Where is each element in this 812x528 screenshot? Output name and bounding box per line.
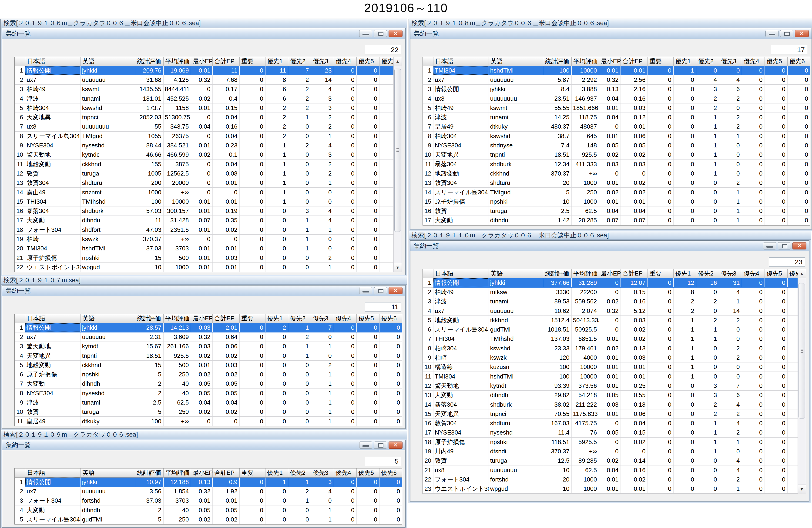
table-row[interactable]: 20TMI304hshdTMI37.0337030.010.010010000 [15, 244, 394, 253]
table-row[interactable]: 1情報公開jyhkki209.7619.0690.0111011723000 [15, 66, 394, 75]
table-row[interactable]: 4津波tunami181.01452.5250.020.40623000 [15, 94, 394, 103]
table-row[interactable]: 21ux8uuuuuuuu1062.50.040.160004000 [423, 466, 798, 475]
table-row[interactable]: 16敦賀turuga2.562.50.040.040001000 [423, 206, 810, 215]
column-header[interactable]: 日本語 [25, 468, 81, 477]
vertical-scrollbar[interactable]: ▲ ▼ [798, 269, 806, 494]
column-header[interactable]: 優先4 [334, 57, 357, 66]
column-header[interactable]: 優先2 [696, 269, 719, 278]
table-row[interactable]: 13敦賀304shdturu2010000.010.020002000 [423, 178, 810, 187]
column-header[interactable]: 統計評価 [135, 57, 163, 66]
restore-button[interactable] [374, 441, 387, 449]
column-header[interactable]: 合計EP [621, 57, 648, 66]
column-header[interactable]: 統計評価 [543, 57, 571, 66]
table-row[interactable]: 1情報公開jyhkki377.6631.289012.070121631000 [423, 278, 798, 287]
column-header[interactable]: 優先3 [311, 57, 334, 66]
table-row[interactable]: 20敦賀turuga12.589.2850.020.140004000 [423, 456, 798, 466]
table-row[interactable]: 13大変動dihndh29.8254.2180.050.550036000 [423, 391, 798, 400]
search-window-titlebar[interactable]: 検索[２０１９１０９m＿クラカタウ００６.sea] [1, 431, 407, 439]
column-header[interactable]: 平均評価 [571, 269, 599, 278]
column-header[interactable]: 優先6 [787, 269, 798, 278]
column-header[interactable]: 優先4 [334, 468, 357, 477]
table-row[interactable]: 1情報公開jyhkki28.5714.2130.032.010217000 [15, 323, 402, 332]
column-header[interactable]: 優先6 [379, 468, 402, 477]
restore-button[interactable] [374, 30, 387, 37]
table-row[interactable]: 19川内49dtsndi370.37+∞000010000 [423, 447, 798, 456]
column-header[interactable]: 重要 [240, 57, 265, 66]
column-header[interactable]: 優先5 [765, 269, 787, 278]
column-header[interactable]: 優先3 [311, 314, 334, 323]
column-header[interactable]: 重要 [648, 57, 673, 66]
table-row[interactable]: 9NYSE304nyseshd88.44384.5210.010.2301240… [15, 141, 394, 150]
column-header[interactable]: 日本語 [433, 269, 489, 278]
table-row[interactable]: 3柏崎49kswmt1435.558444.41100.170624000 [15, 85, 394, 94]
table-row[interactable]: 17NYSE304nyseshd11.4760.050.150012000 [423, 428, 798, 437]
table-row[interactable]: 11TMI304hshdTMI100100000.010.010100000 [423, 372, 798, 381]
table-row[interactable]: 16暴落304shdburk57.03300.1570.010.19003400… [15, 206, 394, 215]
scroll-up-icon[interactable]: ▲ [394, 57, 402, 66]
restore-button[interactable] [374, 287, 387, 295]
table-row[interactable]: 10構造線kuzusn100100000.010.010100000 [423, 362, 798, 372]
minimize-button[interactable] [763, 242, 776, 250]
table-row[interactable]: 15THI304TMIhshd100100000.010.010100000 [15, 197, 394, 206]
search-window-titlebar[interactable]: 検索[２０１９１０７m.sea] [1, 276, 407, 285]
column-header[interactable]: 優先3 [719, 269, 742, 278]
table-row[interactable]: 17大変動dihndu1.4220.2850.070.070001000 [423, 216, 810, 225]
table-row[interactable]: 12地殻変動ckkhnd370.37+∞000010000 [423, 169, 810, 178]
table-row[interactable]: 10天変地異tnpnti18.51925.50.020.020010000 [423, 150, 810, 160]
table-row[interactable]: 7皇居49dtkuky480.374803700.010012000 [423, 122, 810, 131]
close-button[interactable]: ✕ [389, 287, 403, 295]
minimize-button[interactable] [359, 287, 372, 295]
column-header[interactable]: 優先2 [288, 57, 311, 66]
aggregate-list-titlebar[interactable]: 集約一覧 ✕ [2, 286, 405, 296]
table-row[interactable]: 2ux7uuuuuuu2.313.6090.320.640020000 [15, 332, 402, 342]
column-header[interactable]: 日本語 [25, 314, 81, 323]
table-row[interactable]: 9NYSE304shdnyse7.41480.050.050010000 [423, 141, 810, 150]
column-header[interactable]: 優先5 [357, 314, 379, 323]
table-row[interactable]: 15原子炉損傷npshki1010000.010.010001000 [423, 197, 810, 206]
table-row[interactable]: 5地殻変動tkkhnd1512.450413.33300.030122000 [423, 316, 798, 325]
table-row[interactable]: 1情報公開jyhkki10.9712.1880.130.90113000 [15, 477, 402, 487]
table-row[interactable]: 2ux7uuuuuuu5.872.2920.322.560044000 [423, 75, 810, 85]
table-row[interactable]: 4ux7uuuuuuu10.622.0740.325.1202014000 [423, 306, 798, 316]
column-header[interactable]: 優先1 [265, 314, 288, 323]
column-header[interactable]: 日本語 [433, 57, 489, 66]
table-row[interactable]: 2柏崎49mtksw33302220000.150804000 [423, 287, 798, 297]
table-row[interactable]: 8スリーマイル島304TMIgud10552637500.040201000 [15, 131, 394, 141]
table-row[interactable]: 18フォート304shdfort47.032351.50.010.0200110… [15, 225, 394, 235]
column-header[interactable]: 統計評価 [135, 468, 163, 477]
search-window-titlebar[interactable]: 検索[２０１９１０８m＿クラカタウ００６＿米口会談中止００６.sea] [409, 19, 812, 27]
table-row[interactable]: 9柏崎kswzk12040000.010.030102000 [423, 353, 798, 362]
column-header[interactable]: 最小EP [599, 269, 621, 278]
minimize-button[interactable] [359, 441, 372, 449]
column-header[interactable]: 英語 [489, 269, 543, 278]
column-header[interactable]: 合計EP [213, 57, 240, 66]
table-row[interactable]: 4ux8uuuuuuuu23.51146.9370.040.160022000 [423, 94, 810, 103]
column-header[interactable]: 優先4 [742, 269, 765, 278]
column-header[interactable]: 英語 [81, 314, 135, 323]
column-header[interactable]: 優先2 [288, 314, 311, 323]
column-header[interactable]: 優先2 [288, 468, 311, 477]
aggregate-list-titlebar[interactable]: 集約一覧 ✕ [410, 28, 812, 39]
table-row[interactable]: 6津波tunami14.25118.750.040.120012000 [423, 112, 810, 122]
table-row[interactable]: 7THI304TMIhshd137.036851.50.010.02011000… [423, 334, 798, 344]
column-header[interactable]: 平均評価 [163, 57, 191, 66]
scrollbar-thumb[interactable] [798, 283, 805, 419]
table-row[interactable]: 11暴落304shdburk12.34411.3330.030.03001000… [423, 160, 810, 169]
table-row[interactable]: 6天変地異tnpnci2052.0351300.7500.040212000 [15, 112, 394, 122]
column-header[interactable]: 英語 [81, 468, 135, 477]
column-header[interactable]: 優先4 [334, 314, 357, 323]
table-row[interactable]: 14暴落304shdburk38.02211.2220.030.18002400… [423, 400, 798, 409]
table-row[interactable]: 8柏崎304kswshd38.76450.010.060011000 [423, 131, 810, 141]
column-header[interactable]: 合計EP [213, 314, 240, 323]
column-header[interactable]: 優先4 [742, 57, 765, 66]
column-header[interactable]: 英語 [489, 57, 543, 66]
table-row[interactable]: 9津波tunami2.562.50.040.040001000 [15, 398, 402, 407]
table-row[interactable]: 10驚天動地kytndc46.66466.5990.020.10103000 [15, 150, 394, 160]
table-row[interactable]: 12敦賀turuga100512562.500.080102000 [15, 169, 394, 178]
table-row[interactable]: 13敦賀304shdturu2002000000.010101000 [15, 178, 394, 187]
column-header[interactable]: 最小EP [599, 57, 621, 66]
table-row[interactable]: 5柏崎49kswmt55.551851.6660.010.030020000 [423, 103, 810, 112]
table-row[interactable]: 6原子炉損傷npshki52500.020.020001000 [15, 370, 402, 379]
table-row[interactable]: 14秦山49snznmt1000+∞000100000 [15, 187, 394, 197]
column-header[interactable]: 優先5 [357, 468, 379, 477]
